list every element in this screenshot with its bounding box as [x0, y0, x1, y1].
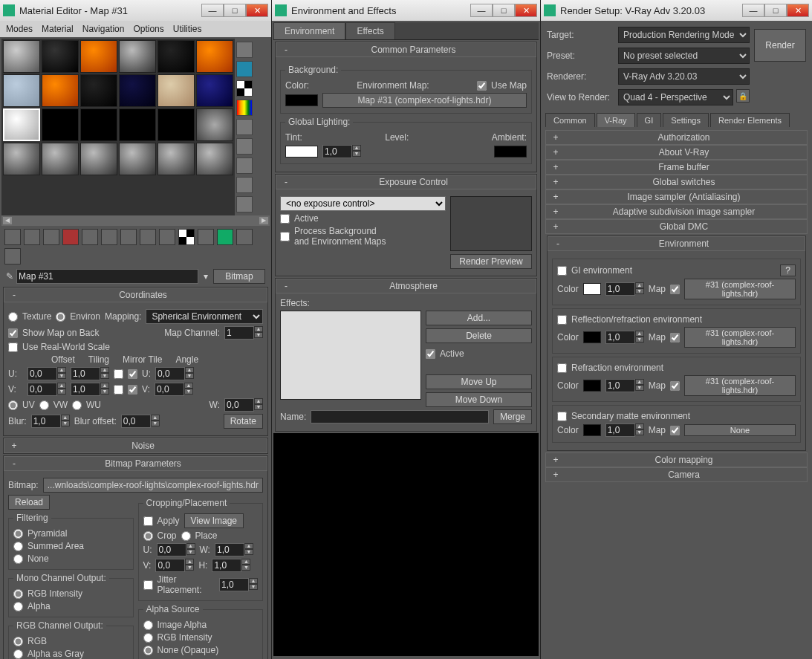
pick-icon[interactable] — [236, 229, 253, 245]
material-swatch[interactable] — [119, 143, 156, 175]
map-channel-spinner[interactable]: ▲▼ — [224, 326, 263, 340]
render-setup-titlebar[interactable]: Render Setup: V-Ray Adv 3.20.03 — □ ✕ — [541, 0, 812, 21]
tab-vray[interactable]: V-Ray — [597, 113, 635, 127]
material-swatch[interactable] — [157, 40, 195, 73]
merge-button[interactable]: Merge — [493, 409, 532, 424]
environ-radio[interactable] — [56, 312, 65, 322]
material-swatch[interactable] — [3, 74, 40, 107]
menu-material[interactable]: Material — [42, 24, 74, 34]
alpha-image-radio[interactable] — [143, 620, 153, 630]
filtering-pyramidal-radio[interactable] — [13, 529, 23, 539]
map-type-button[interactable]: Bitmap — [213, 269, 265, 284]
go-forward-icon[interactable] — [217, 229, 233, 245]
rollup-global-dmc[interactable]: +Global DMC — [545, 219, 808, 234]
menu-modes[interactable]: Modes — [6, 24, 33, 34]
crop-radio[interactable] — [143, 531, 153, 541]
uv-radio[interactable] — [8, 400, 18, 410]
rollup-camera[interactable]: +Camera — [545, 467, 808, 482]
filtering-none-radio[interactable] — [13, 554, 23, 564]
use-map-check[interactable] — [477, 81, 487, 91]
moveup-button[interactable]: Move Up — [426, 374, 532, 389]
put-to-library-icon[interactable] — [101, 229, 117, 245]
material-swatch[interactable] — [42, 74, 79, 107]
show-end-result-icon[interactable] — [159, 229, 175, 245]
rollup-image-sampler[interactable]: +Image sampler (Antialiasing) — [545, 189, 808, 204]
material-swatch[interactable] — [42, 40, 79, 73]
jitter-spinner[interactable]: ▲▼ — [219, 578, 258, 591]
close-button[interactable]: ✕ — [246, 4, 268, 17]
map-name-input[interactable] — [16, 269, 198, 284]
v-offset-spinner[interactable]: ▲▼ — [27, 383, 66, 396]
gi-map-button[interactable]: #31 (complex-roof-lights.hdr) — [684, 279, 796, 299]
refr-map-check[interactable] — [670, 381, 680, 391]
delete-effect-button[interactable]: Delete — [426, 328, 532, 343]
matte-env-check[interactable] — [557, 412, 567, 421]
matte-color-swatch[interactable] — [583, 424, 601, 436]
level-spinner[interactable]: ▲▼ — [322, 145, 361, 158]
refr-map-button[interactable]: #31 (complex-roof-lights.hdr) — [684, 375, 796, 396]
crop-u-spinner[interactable]: ▲▼ — [157, 543, 195, 556]
minimize-button[interactable]: — — [742, 4, 764, 17]
real-world-check[interactable] — [8, 343, 18, 352]
effect-name-input[interactable] — [311, 410, 489, 423]
renderer-select[interactable]: V-Ray Adv 3.20.03 — [618, 68, 750, 85]
sibling-icon[interactable] — [4, 248, 21, 264]
tab-settings[interactable]: Settings — [663, 113, 709, 127]
rotate-button[interactable]: Rotate — [224, 414, 263, 429]
material-swatch[interactable] — [119, 40, 156, 73]
mapping-select[interactable]: Spherical Environment — [146, 309, 263, 324]
filtering-summed-radio[interactable] — [13, 542, 23, 551]
video-check-icon[interactable] — [236, 119, 253, 135]
vw-radio[interactable] — [39, 400, 49, 410]
material-swatch[interactable] — [157, 143, 195, 175]
blur-spinner[interactable]: ▲▼ — [31, 415, 70, 428]
eyedropper-icon[interactable]: ✎ — [6, 271, 13, 282]
material-swatch[interactable] — [3, 143, 40, 175]
noise-header[interactable]: +Noise — [4, 438, 267, 453]
gi-mode-button[interactable]: ? — [780, 264, 796, 276]
menu-navigation[interactable]: Navigation — [82, 24, 125, 34]
maximize-button[interactable]: □ — [493, 4, 515, 17]
rollup-color-mapping[interactable]: +Color mapping — [545, 452, 808, 467]
material-swatch[interactable] — [157, 108, 195, 141]
movedown-button[interactable]: Move Down — [426, 392, 532, 407]
target-select[interactable]: Production Rendering Mode — [618, 27, 750, 43]
alpha-rgb-radio[interactable] — [143, 633, 153, 643]
v-mirror-check[interactable] — [114, 385, 123, 395]
u-tile-check[interactable] — [128, 369, 137, 379]
tab-gi[interactable]: GI — [637, 113, 662, 127]
mono-alpha-radio[interactable] — [13, 602, 23, 611]
bg-color-swatch[interactable] — [285, 94, 318, 106]
refl-map-button[interactable]: #31 (complex-roof-lights.hdr) — [684, 327, 796, 348]
refl-map-check[interactable] — [670, 333, 680, 343]
common-params-header[interactable]: -Common Parameters — [276, 42, 536, 57]
env-map-slot[interactable]: Map #31 (complex-roof-lights.hdr) — [322, 93, 527, 108]
minimize-button[interactable]: — — [470, 4, 493, 17]
make-unique-icon[interactable] — [82, 229, 98, 245]
atmos-active-check[interactable] — [426, 349, 435, 359]
preset-select[interactable]: No preset selected — [618, 48, 750, 64]
select-by-material-icon[interactable] — [236, 177, 253, 193]
material-swatch[interactable] — [80, 108, 117, 141]
exposure-header[interactable]: -Exposure Control — [276, 175, 536, 189]
sample-uv-icon[interactable] — [236, 100, 253, 116]
rgb-radio[interactable] — [13, 637, 23, 646]
material-swatch[interactable] — [80, 74, 117, 107]
matte-map-button[interactable]: None — [684, 424, 796, 436]
material-swatch[interactable] — [80, 143, 117, 175]
material-swatch[interactable] — [3, 40, 40, 73]
material-swatch[interactable] — [196, 108, 233, 141]
tab-environment[interactable]: Environment — [273, 22, 345, 39]
v-angle-spinner[interactable]: ▲▼ — [155, 383, 193, 396]
material-swatch[interactable] — [119, 108, 156, 141]
apply-check[interactable] — [143, 516, 153, 526]
crop-v-spinner[interactable]: ▲▼ — [155, 559, 194, 572]
maximize-button[interactable]: □ — [764, 4, 787, 17]
lock-icon[interactable]: 🔒 — [736, 89, 750, 103]
ambient-swatch[interactable] — [494, 146, 527, 158]
menu-utilities[interactable]: Utilities — [173, 24, 202, 34]
refr-env-check[interactable] — [557, 363, 567, 373]
sample-type-icon[interactable] — [236, 42, 253, 58]
material-swatch[interactable] — [196, 40, 233, 73]
matte-mult-spinner[interactable]: ▲▼ — [605, 423, 644, 437]
